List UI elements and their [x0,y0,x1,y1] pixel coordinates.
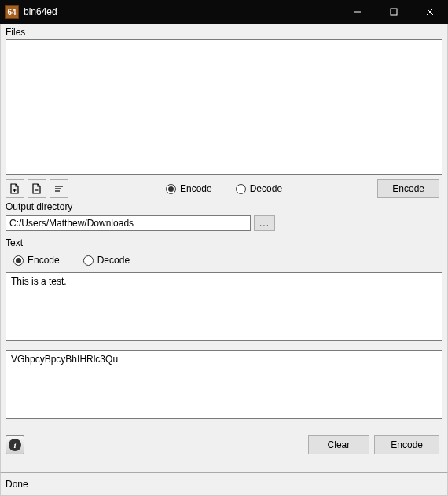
text-encode-button[interactable]: Encode [374,435,439,454]
files-mode-group: Encode Decode [166,183,282,194]
status-text: Done [6,479,28,490]
files-decode-radio[interactable]: Decode [236,183,282,194]
text-decode-radio[interactable]: Decode [83,255,130,266]
radio-label: Decode [250,183,282,194]
main-content: Files Encode Decode Encode Output direct… [0,24,448,472]
files-encode-radio[interactable]: Encode [166,183,212,194]
radio-icon [236,184,246,194]
output-dir-input[interactable] [6,215,251,231]
files-listbox[interactable] [6,39,442,175]
minimize-button[interactable] [340,0,376,24]
text-label: Text [6,237,442,248]
svg-rect-1 [391,9,397,15]
clear-button[interactable]: Clear [308,435,370,454]
info-button[interactable]: i [6,435,24,454]
radio-icon [83,255,94,266]
files-toolbar: Encode Decode Encode [6,178,442,200]
text-mode-group: Encode Decode [13,255,442,266]
files-encode-button[interactable]: Encode [377,179,439,198]
text-section: Text Encode Decode i Clear Encode [6,237,442,454]
maximize-button[interactable] [376,0,412,24]
radio-icon [166,184,176,194]
output-dir-label: Output directory [6,201,442,212]
remove-file-button[interactable] [28,179,46,198]
app-icon: 64 [5,5,19,19]
radio-label: Decode [97,255,130,266]
text-encode-radio[interactable]: Encode [13,255,60,266]
radio-label: Encode [28,255,60,266]
radio-label: Encode [180,183,212,194]
text-buttons-row: i Clear Encode [6,435,442,454]
browse-button[interactable]: ... [254,215,275,231]
output-dir-row: ... [6,215,442,231]
text-input-area[interactable] [6,272,442,341]
status-bar: Done [0,472,448,496]
info-icon: i [9,439,21,451]
radio-icon [13,255,24,266]
window-title: bin64ed [24,6,340,17]
files-label: Files [6,27,442,38]
close-button[interactable] [412,0,448,24]
clear-files-button[interactable] [50,179,68,198]
text-output-area[interactable] [6,350,442,419]
titlebar: 64 bin64ed [0,0,448,24]
add-file-button[interactable] [6,179,24,198]
